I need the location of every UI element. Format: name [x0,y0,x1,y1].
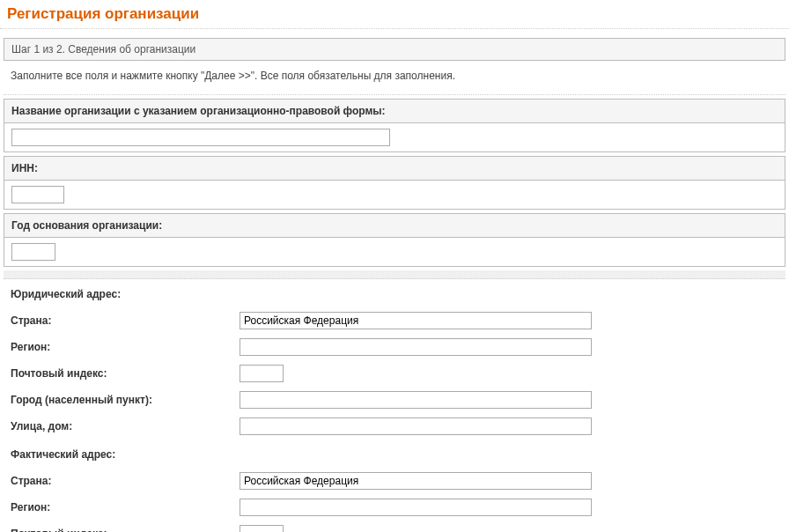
actual-zip-label: Почтовый индекс: [4,521,232,532]
actual-country-label: Страна: [4,468,232,494]
year-block: Год основания организации: [4,213,785,267]
year-label: Год основания организации: [4,214,785,238]
legal-region-input[interactable] [240,338,592,356]
org-name-block: Название организации с указанием организ… [4,99,785,152]
instruction-text: Заполните все поля и нажмите кнопку "Дал… [4,61,785,95]
inn-input[interactable] [11,186,64,203]
step-indicator: Шаг 1 из 2. Сведения об организации [4,38,785,61]
legal-country-input[interactable] [240,312,592,329]
legal-street-input[interactable] [240,417,592,435]
legal-zip-label: Почтовый индекс: [4,360,232,387]
page-title: Регистрация организации [0,0,789,29]
legal-region-label: Регион: [4,334,232,360]
actual-region-label: Регион: [4,494,232,521]
actual-region-input[interactable] [240,499,592,516]
legal-zip-input[interactable] [240,365,284,382]
legal-city-label: Город (населенный пункт): [4,387,232,413]
org-name-input[interactable] [11,129,390,146]
legal-address-header: Юридический адрес: [4,279,785,307]
actual-country-input[interactable] [240,472,592,490]
section-divider [4,270,785,279]
legal-country-label: Страна: [4,307,232,334]
legal-city-input[interactable] [240,391,592,409]
inn-block: ИНН: [4,156,785,210]
legal-street-label: Улица, дом: [4,413,232,440]
org-name-label: Название организации с указанием организ… [4,100,785,123]
inn-label: ИНН: [4,157,785,181]
year-input[interactable] [11,243,55,261]
actual-address-header: Фактический адрес: [4,440,785,468]
actual-zip-input[interactable] [240,525,284,532]
